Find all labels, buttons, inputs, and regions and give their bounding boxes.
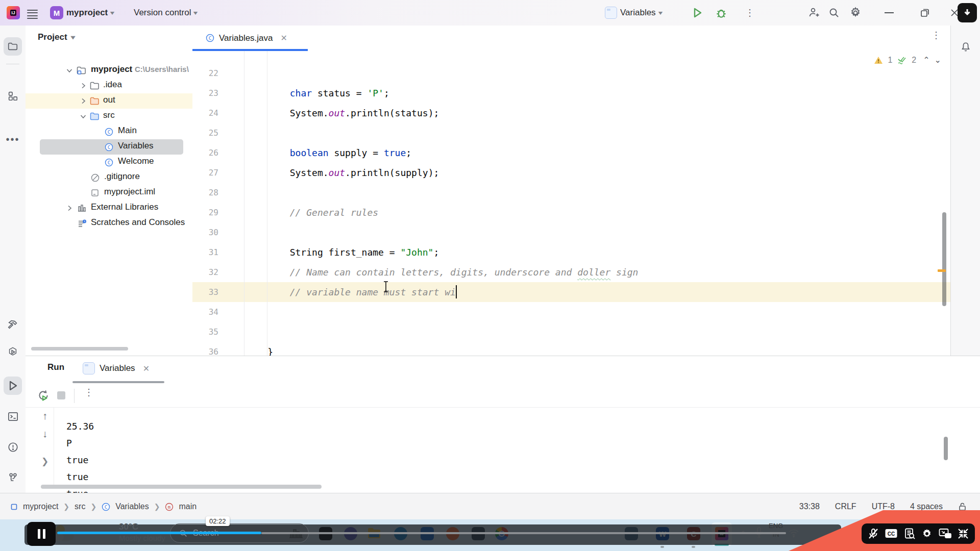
run-config-selector[interactable]: Variables ▾ [605, 0, 662, 26]
chevron-right-icon[interactable] [79, 82, 87, 90]
recorder-pip-button[interactable] [939, 528, 952, 539]
recorder-hide-button[interactable] [958, 3, 977, 22]
console-vscrollbar[interactable] [944, 437, 948, 460]
folder-icon [90, 82, 99, 90]
console-options-button[interactable]: ⋮ [84, 391, 93, 394]
project-panel-hscrollbar[interactable] [31, 347, 128, 350]
more-toolwindows-button[interactable]: ••• [4, 130, 22, 148]
tree-item--gitignore[interactable]: .gitignore [26, 170, 192, 185]
encoding-widget[interactable]: UTF-8 [872, 502, 895, 511]
tree-item-welcome[interactable]: CWelcome [26, 155, 192, 170]
code-line-28[interactable]: 28 [192, 183, 950, 203]
console-hscrollbar[interactable] [41, 485, 322, 489]
prev-problem-icon[interactable]: ⌃ [923, 55, 929, 65]
structure-toolwindow-button[interactable] [4, 87, 22, 105]
run-tab-close-icon[interactable]: ✕ [143, 364, 150, 373]
run-tab-variables[interactable]: Variables ✕ [83, 356, 150, 381]
more-actions-button[interactable]: ⋮ [745, 0, 754, 26]
tab-close-icon[interactable]: ✕ [281, 33, 287, 43]
chevron-right-icon[interactable] [79, 97, 87, 105]
git-toolwindow-button[interactable] [4, 468, 22, 487]
stop-button[interactable] [57, 391, 65, 399]
language-indicator[interactable]: ENG IN [769, 521, 783, 539]
settings-button[interactable] [845, 0, 866, 26]
code-editor[interactable]: 2223 char status = 'P';24 System.out.pri… [192, 51, 950, 356]
tree-item-variables[interactable]: CVariables [26, 139, 192, 155]
indent-widget[interactable]: 4 spaces [910, 502, 943, 511]
code-line-26[interactable]: 26 boolean supply = true; [192, 143, 950, 163]
inspections-widget[interactable]: 1 2 ⌃ ⌄ [874, 55, 941, 65]
recorder-mic-muted-button[interactable] [867, 528, 879, 540]
code-line-34[interactable]: 34 [192, 302, 950, 322]
tree-item-external-libraries[interactable]: External Libraries [26, 201, 192, 216]
run-toolwindow-button[interactable] [4, 377, 22, 395]
caret-position-widget[interactable]: 33:38 [799, 502, 820, 511]
services-toolwindow-button[interactable] [4, 343, 22, 361]
recorder-collapse-button[interactable] [957, 528, 969, 540]
code-line-30[interactable]: 30 [192, 222, 950, 242]
search-everywhere-button[interactable] [824, 0, 844, 26]
tab-variables-java[interactable]: C Variables.java ✕ [192, 26, 297, 51]
run-button[interactable] [691, 0, 703, 26]
minimize-button[interactable] [879, 0, 899, 26]
chevron-down-icon[interactable] [65, 66, 74, 74]
wifi-tray-icon[interactable] [788, 529, 799, 538]
breadcrumb-project[interactable]: myproject [23, 502, 58, 511]
project-toolwindow-button[interactable] [4, 37, 22, 56]
add-user-button[interactable] [803, 0, 824, 26]
tree-item-myproject[interactable]: myproject C:\Users\haris\ [26, 63, 192, 78]
line-number: 30 [192, 222, 218, 242]
editor-vscrollbar[interactable] [942, 212, 946, 306]
breadcrumb-class[interactable]: Variables [115, 502, 149, 511]
project-widget[interactable]: M myproject ▾ [50, 0, 114, 26]
tree-item-scratches-and-consoles[interactable]: Scratches and Consoles [26, 216, 192, 231]
tree-item-label: .gitignore [104, 171, 140, 182]
recorder-pause-button[interactable] [27, 522, 56, 546]
tab-options-button[interactable]: ⋮ [932, 34, 941, 37]
rerun-button[interactable] [37, 389, 50, 402]
breadcrumb-src[interactable]: src [75, 502, 85, 511]
unlock-icon[interactable] [958, 502, 967, 511]
restore-button[interactable] [915, 0, 935, 26]
code-line-36[interactable]: 36 } [192, 342, 950, 356]
code-line-29[interactable]: 29 // General rules [192, 203, 950, 222]
up-arrow-icon[interactable]: ↑ [42, 410, 47, 422]
notifications-button[interactable] [957, 38, 975, 56]
gear-icon [849, 6, 862, 19]
code-line-35[interactable]: 35 [192, 322, 950, 342]
code-line-27[interactable]: 27 System.out.println(supply); [192, 163, 950, 183]
code-line-23[interactable]: 23 char status = 'P'; [192, 83, 950, 103]
code-line-24[interactable]: 24 System.out.println(status); [192, 103, 950, 123]
problems-toolwindow-button[interactable] [4, 438, 22, 456]
svg-text:C: C [105, 504, 108, 510]
console-output[interactable]: 25.36 P true true true [66, 418, 94, 502]
recorder-progress-played[interactable] [57, 532, 261, 534]
breadcrumb-method[interactable]: main [179, 502, 197, 511]
code-line-31[interactable]: 31 String first_name = "John"; [192, 242, 950, 262]
line-ending-widget[interactable]: CRLF [835, 502, 856, 511]
tree-item--idea[interactable]: .idea [26, 78, 192, 93]
code-line-32[interactable]: 32 // Name can contain letters, digits, … [192, 262, 950, 282]
tree-item-src[interactable]: src [26, 109, 192, 124]
code-line-22[interactable]: 22 [192, 63, 950, 83]
down-arrow-icon[interactable]: ↓ [42, 428, 47, 440]
terminal-toolwindow-button[interactable] [4, 407, 22, 425]
code-line-25[interactable]: 25 [192, 123, 950, 143]
vcs-widget[interactable]: Version control ▾ [134, 0, 197, 26]
bell-icon [960, 41, 971, 53]
code-line-33[interactable]: 33 // variable name must start wi [192, 282, 950, 302]
recorder-captions-button[interactable]: CC [885, 528, 898, 539]
debug-button[interactable] [715, 0, 728, 26]
expand-icon[interactable]: ❯ [41, 456, 48, 467]
next-problem-icon[interactable]: ⌄ [935, 55, 941, 65]
tree-item-main[interactable]: CMain [26, 124, 192, 139]
tree-item-myproject-iml[interactable]: myproject.iml [26, 185, 192, 201]
build-toolwindow-button[interactable] [4, 315, 22, 334]
recorder-progress-remaining[interactable] [261, 532, 786, 534]
project-panel-header[interactable]: Project ▾ [26, 26, 192, 49]
recorder-settings-button[interactable] [921, 528, 933, 540]
chevron-down-icon[interactable] [79, 112, 87, 120]
recorder-script-search-button[interactable] [903, 528, 916, 540]
chevron-right-icon[interactable] [65, 204, 74, 212]
tree-item-out[interactable]: out [26, 93, 192, 109]
